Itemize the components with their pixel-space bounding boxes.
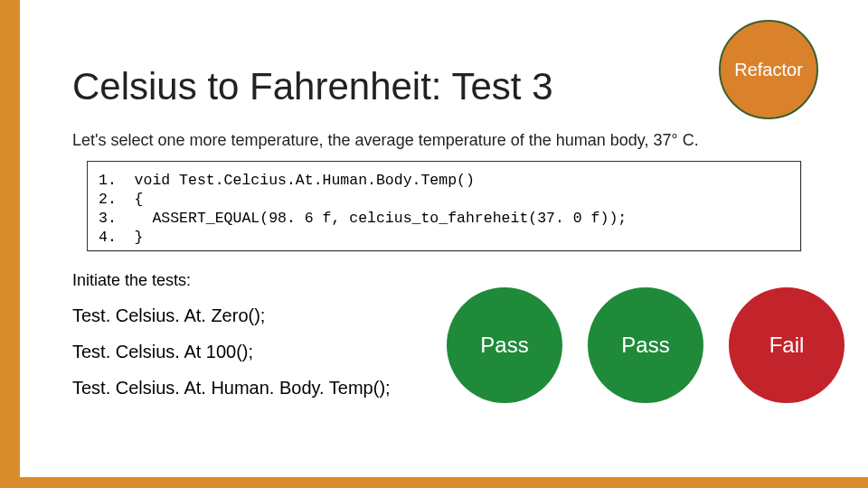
result-pass-1: Pass xyxy=(447,287,562,403)
intro-text: Let's select one more temperature, the a… xyxy=(72,131,699,150)
code-block: 1. void Test.Celcius.At.Human.Body.Temp(… xyxy=(87,161,801,251)
refactor-label: Refactor xyxy=(734,60,803,80)
code-line-2: 2. { xyxy=(99,190,789,209)
code-line-1: 1. void Test.Celcius.At.Human.Body.Temp(… xyxy=(99,171,789,190)
result-pass-1-label: Pass xyxy=(480,333,528,358)
result-fail: Fail xyxy=(729,287,844,403)
page-title: Celsius to Fahrenheit: Test 3 xyxy=(72,65,553,108)
result-pass-2-label: Pass xyxy=(621,333,669,358)
left-accent-bar xyxy=(0,0,20,488)
code-line-3: 3. ASSERT_EQUAL(98. 6 f, celcius_to_fahr… xyxy=(99,209,789,228)
test-call-2: Test. Celsius. At 100(); xyxy=(72,342,253,362)
refactor-badge: Refactor xyxy=(719,20,818,119)
test-call-1: Test. Celsius. At. Zero(); xyxy=(72,305,265,326)
bottom-accent-bar xyxy=(0,477,868,488)
result-fail-label: Fail xyxy=(769,333,805,358)
initiate-label: Initiate the tests: xyxy=(72,271,191,290)
result-pass-2: Pass xyxy=(588,287,703,403)
test-call-3: Test. Celsius. At. Human. Body. Temp(); xyxy=(72,378,391,399)
code-line-4: 4. } xyxy=(99,228,789,247)
